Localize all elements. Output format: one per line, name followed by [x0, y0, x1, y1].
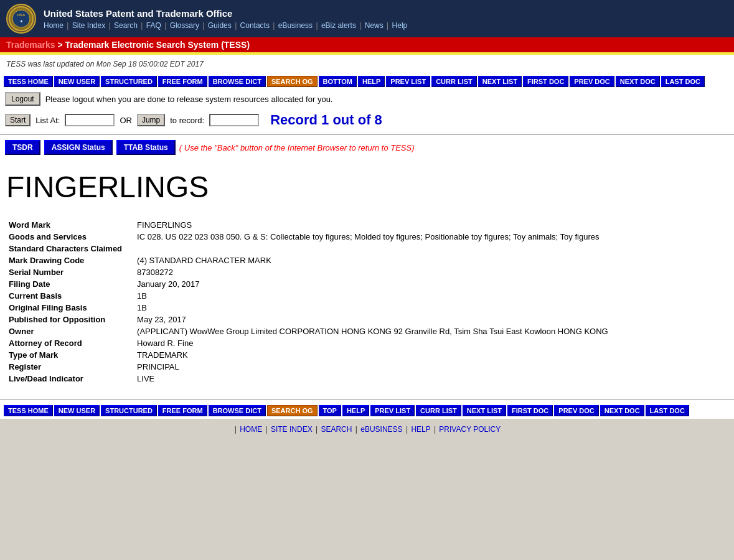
back-message: ( Use the "Back" button of the Internet …	[179, 143, 415, 152]
btn-next-doc-b[interactable]: NEXT DOC	[600, 405, 644, 416]
btn-curr-list-b[interactable]: CURR LIST	[416, 405, 461, 416]
detail-label: Type of Mark	[6, 349, 134, 361]
detail-label: Word Mark	[6, 219, 134, 231]
footer-home[interactable]: HOME	[240, 425, 262, 434]
btn-browse-dict-b[interactable]: BROWSE DICT	[209, 405, 266, 416]
detail-row: Standard Characters Claimed	[6, 243, 611, 254]
jump-button[interactable]: Jump	[137, 114, 165, 126]
detail-label: Filing Date	[6, 278, 134, 290]
detail-value: (4) STANDARD CHARACTER MARK	[134, 254, 611, 266]
btn-prev-list-b[interactable]: PREV LIST	[370, 405, 415, 416]
logout-bar: Logout Please logout when you are done t…	[0, 90, 734, 108]
ttab-status-button[interactable]: TTAB Status	[116, 140, 176, 155]
nav-ebusiness[interactable]: eBusiness	[278, 21, 313, 30]
detail-row: Type of MarkTRADEMARK	[6, 349, 611, 361]
detail-value: LIVE	[134, 373, 611, 385]
detail-value: Howard R. Fine	[134, 337, 611, 349]
btn-search-og-b[interactable]: SEARCH OG	[267, 405, 318, 416]
to-record-input[interactable]	[209, 114, 259, 126]
nav-home[interactable]: Home	[44, 21, 64, 30]
nav-contacts[interactable]: Contacts	[240, 21, 270, 30]
uspto-logo: USA ★	[6, 4, 36, 34]
site-header: USA ★ United States Patent and Trademark…	[0, 0, 734, 37]
btn-tess-home[interactable]: TESS HOME	[4, 76, 53, 87]
nav-search[interactable]: Search	[114, 21, 138, 30]
main-content: TESS was last updated on Mon Sep 18 05:0…	[0, 55, 734, 419]
detail-value: January 20, 2017	[134, 278, 611, 290]
list-at-input[interactable]	[65, 114, 115, 126]
trademark-display: FINGERLINGS	[0, 157, 734, 217]
logout-button[interactable]: Logout	[5, 92, 40, 106]
last-updated-text: TESS was last updated on Mon Sep 18 05:0…	[0, 55, 734, 73]
btn-help-b[interactable]: HELP	[342, 405, 369, 416]
btn-curr-list[interactable]: CURR LIST	[431, 76, 477, 87]
btn-prev-list[interactable]: PREV LIST	[386, 76, 430, 87]
detail-row: Serial Number87308272	[6, 266, 611, 278]
btn-structured[interactable]: STRUCTURED	[101, 76, 157, 87]
btn-new-user[interactable]: NEW USER	[54, 76, 100, 87]
detail-label: Standard Characters Claimed	[6, 243, 134, 254]
record-bar: Start List At: OR Jump to record: Record…	[0, 108, 734, 132]
assign-status-button[interactable]: ASSIGN Status	[44, 140, 113, 155]
detail-row: Mark Drawing Code(4) STANDARD CHARACTER …	[6, 254, 611, 266]
btn-first-doc-b[interactable]: FIRST DOC	[507, 405, 553, 416]
btn-last-doc-b[interactable]: LAST DOC	[646, 405, 689, 416]
btn-next-list-b[interactable]: NEXT LIST	[463, 405, 506, 416]
btn-first-doc[interactable]: FIRST DOC	[523, 76, 568, 87]
tsdr-button[interactable]: TSDR	[5, 140, 40, 155]
header-text: United States Patent and Trademark Offic…	[44, 8, 407, 30]
btn-next-list[interactable]: NEXT LIST	[478, 76, 522, 87]
btn-new-user-b[interactable]: NEW USER	[54, 405, 100, 416]
breadcrumb-tess[interactable]: Trademark Electronic Search System (TESS…	[65, 40, 250, 50]
nav-glossary[interactable]: Glossary	[170, 21, 199, 30]
btn-prev-doc[interactable]: PREV DOC	[570, 76, 614, 87]
btn-structured-b[interactable]: STRUCTURED	[101, 405, 157, 416]
details-table: Word MarkFINGERLINGSGoods and ServicesIC…	[6, 219, 611, 385]
detail-value: PRINCIPAL	[134, 361, 611, 373]
detail-label: Current Basis	[6, 290, 134, 302]
detail-label: Register	[6, 361, 134, 373]
or-label: OR	[120, 116, 132, 125]
footer-privacy[interactable]: PRIVACY POLICY	[439, 425, 501, 434]
divider-1	[0, 134, 734, 135]
detail-value: IC 028. US 022 023 038 050. G & S: Colle…	[134, 231, 611, 243]
nav-faq[interactable]: FAQ	[146, 21, 161, 30]
detail-value: 1B	[134, 302, 611, 314]
logout-message: Please logout when you are done to relea…	[45, 95, 333, 104]
btn-next-doc[interactable]: NEXT DOC	[616, 76, 660, 87]
detail-label: Owner	[6, 325, 134, 337]
btn-free-form-b[interactable]: FREE FORM	[158, 405, 207, 416]
btn-top-b[interactable]: TOP	[319, 405, 341, 416]
detail-label: Attorney of Record	[6, 337, 134, 349]
detail-row: Owner(APPLICANT) WowWee Group Limited CO…	[6, 325, 611, 337]
footer-search[interactable]: SEARCH	[321, 425, 352, 434]
nav-help[interactable]: Help	[392, 21, 408, 30]
record-count: Record 1 out of 8	[270, 112, 382, 128]
nav-news[interactable]: News	[365, 21, 383, 30]
btn-tess-home-b[interactable]: TESS HOME	[4, 405, 53, 416]
btn-help[interactable]: HELP	[358, 76, 385, 87]
btn-bottom[interactable]: BOTTOM	[319, 76, 357, 87]
breadcrumb-separator: >	[58, 40, 65, 50]
footer-site-index[interactable]: SITE INDEX	[271, 425, 313, 434]
footer-ebusiness[interactable]: eBUSINESS	[360, 425, 402, 434]
btn-last-doc[interactable]: LAST DOC	[661, 76, 705, 87]
nav-guides[interactable]: Guides	[208, 21, 232, 30]
start-button[interactable]: Start	[5, 114, 31, 126]
btn-free-form[interactable]: FREE FORM	[158, 76, 207, 87]
btn-browse-dict[interactable]: BROWSE DICT	[209, 76, 266, 87]
detail-row: Filing DateJanuary 20, 2017	[6, 278, 611, 290]
action-bar: TSDR ASSIGN Status TTAB Status ( Use the…	[0, 138, 734, 157]
breadcrumb-bar: Trademarks > Trademark Electronic Search…	[0, 37, 734, 52]
nav-site-index[interactable]: Site Index	[72, 21, 105, 30]
footer-help[interactable]: HELP	[411, 425, 430, 434]
detail-value: TRADEMARK	[134, 349, 611, 361]
to-record-label: to record:	[170, 116, 204, 125]
nav-ebiz-alerts[interactable]: eBiz alerts	[321, 21, 356, 30]
btn-search-og[interactable]: SEARCH OG	[267, 76, 318, 87]
btn-prev-doc-b[interactable]: PREV DOC	[554, 405, 598, 416]
breadcrumb-trademarks[interactable]: Trademarks	[6, 40, 55, 50]
detail-row: Goods and ServicesIC 028. US 022 023 038…	[6, 231, 611, 243]
detail-label: Published for Opposition	[6, 314, 134, 325]
detail-row: RegisterPRINCIPAL	[6, 361, 611, 373]
